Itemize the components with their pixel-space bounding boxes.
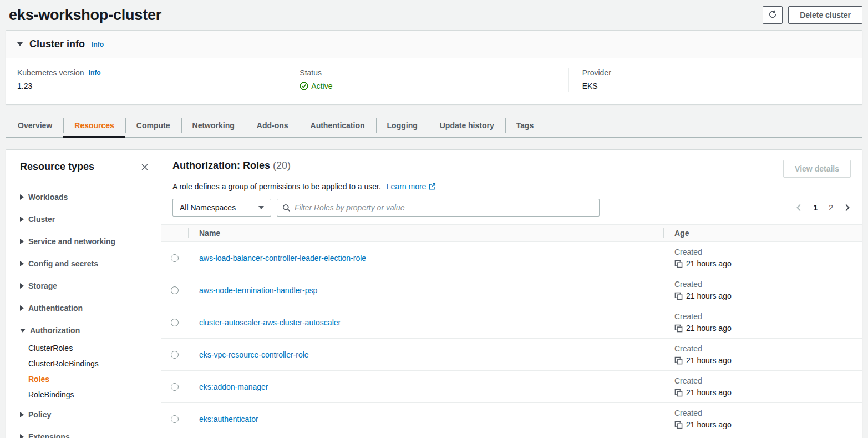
sidebar-item-service-and-networking[interactable]: Service and networking xyxy=(20,237,150,246)
tab-resources[interactable]: Resources xyxy=(63,114,125,137)
provider-value: EKS xyxy=(582,82,851,90)
created-label: Created xyxy=(674,376,862,385)
namespace-select-value: All Namespaces xyxy=(180,203,236,212)
created-label: Created xyxy=(674,344,862,353)
section-heading: Authorization: Roles (20) xyxy=(172,160,291,172)
sidebar-item-workloads[interactable]: Workloads xyxy=(20,193,150,202)
caret-right-icon xyxy=(20,194,24,200)
cluster-info-body: Kubernetes version Info 1.23 Status Acti… xyxy=(6,58,862,104)
sidebar-item-rolebindings[interactable]: RoleBindings xyxy=(28,390,150,399)
filter-row: All Namespaces 1 2 xyxy=(172,199,851,217)
resource-types-sidebar: Resource types Workloads Cluster Service… xyxy=(6,150,161,438)
role-name-link[interactable]: cluster-autoscaler-aws-cluster-autoscale… xyxy=(199,318,341,327)
chevron-down-icon xyxy=(17,42,23,46)
tab-update-history[interactable]: Update history xyxy=(429,114,505,137)
sidebar-item-cluster[interactable]: Cluster xyxy=(20,215,150,224)
age-value: 21 hours ago xyxy=(686,259,732,268)
age-value: 21 hours ago xyxy=(686,388,732,397)
section-description: A role defines a group of permissions to… xyxy=(172,182,851,191)
close-icon[interactable] xyxy=(140,162,150,172)
role-name-link[interactable]: eks:addon-manager xyxy=(199,382,268,391)
search-input[interactable] xyxy=(295,203,594,212)
age-value: 21 hours ago xyxy=(686,420,732,429)
copy-icon[interactable] xyxy=(674,324,683,333)
cluster-info-header[interactable]: Cluster info Info xyxy=(6,31,862,58)
pagination: 1 2 xyxy=(795,203,851,212)
sidebar-item-roles[interactable]: Roles xyxy=(28,375,150,384)
tab-bar: Overview Resources Compute Networking Ad… xyxy=(6,114,862,138)
row-radio[interactable] xyxy=(171,286,179,294)
sidebar-item-policy[interactable]: Policy xyxy=(20,410,150,419)
copy-icon[interactable] xyxy=(674,389,683,397)
table-row: eks:authenticator Created 21 hours ago xyxy=(161,403,862,435)
view-details-button[interactable]: View details xyxy=(783,160,851,178)
row-radio[interactable] xyxy=(171,254,179,262)
kubernetes-version-value: 1.23 xyxy=(17,82,286,90)
created-label: Created xyxy=(674,409,862,417)
sidebar-item-config-and-secrets[interactable]: Config and secrets xyxy=(20,259,150,268)
pagination-page-1[interactable]: 1 xyxy=(813,203,818,212)
pagination-next-icon[interactable] xyxy=(844,204,851,212)
row-radio[interactable] xyxy=(171,319,179,326)
learn-more-link[interactable]: Learn more xyxy=(387,182,436,191)
row-radio[interactable] xyxy=(171,415,179,423)
roles-main-panel: Authorization: Roles (20) View details A… xyxy=(161,150,862,438)
sidebar-item-extensions[interactable]: Extensions xyxy=(20,432,150,438)
field-provider: Provider EKS xyxy=(568,68,851,92)
created-label: Created xyxy=(674,280,862,289)
copy-icon[interactable] xyxy=(674,292,683,300)
table-row: aws-load-balancer-controller-leader-elec… xyxy=(161,242,862,274)
tab-authentication[interactable]: Authentication xyxy=(300,114,376,137)
table-header: Name Age xyxy=(161,224,862,242)
resource-count: (20) xyxy=(273,160,291,171)
row-radio[interactable] xyxy=(171,383,179,391)
page-title: eks-workshop-cluster xyxy=(9,7,161,24)
caret-right-icon xyxy=(20,305,24,311)
cluster-info-title: Cluster info xyxy=(29,38,85,50)
sidebar-item-clusterroles[interactable]: ClusterRoles xyxy=(28,344,150,353)
caret-down-icon xyxy=(20,329,26,333)
role-name-link[interactable]: aws-node-termination-handler-psp xyxy=(199,286,317,295)
age-value: 21 hours ago xyxy=(686,291,732,300)
search-icon xyxy=(282,204,291,212)
caret-right-icon xyxy=(20,412,24,417)
cluster-info-info-link[interactable]: Info xyxy=(92,41,104,48)
copy-icon[interactable] xyxy=(674,356,683,365)
tab-compute[interactable]: Compute xyxy=(125,114,181,137)
pagination-page-2[interactable]: 2 xyxy=(829,203,833,212)
created-label: Created xyxy=(674,312,862,321)
age-column-header[interactable]: Age xyxy=(663,229,862,238)
namespace-select[interactable]: All Namespaces xyxy=(172,199,271,217)
created-label: Created xyxy=(674,248,862,256)
check-circle-icon xyxy=(300,82,308,90)
delete-cluster-button[interactable]: Delete cluster xyxy=(788,6,862,24)
header-actions: Delete cluster xyxy=(763,6,862,24)
field-status: Status Active xyxy=(286,68,568,92)
kubernetes-version-info-link[interactable]: Info xyxy=(89,69,101,77)
refresh-icon xyxy=(768,10,777,21)
kubernetes-version-label: Kubernetes version xyxy=(17,68,84,77)
role-name-link[interactable]: eks:authenticator xyxy=(199,415,258,424)
select-caret-icon xyxy=(258,206,264,209)
name-column-header[interactable]: Name xyxy=(188,229,663,238)
sidebar-item-clusterrolebindings[interactable]: ClusterRoleBindings xyxy=(28,359,150,368)
copy-icon[interactable] xyxy=(674,260,683,268)
sidebar-item-authorization[interactable]: Authorization xyxy=(20,326,150,335)
external-link-icon xyxy=(428,183,436,190)
role-name-link[interactable]: aws-load-balancer-controller-leader-elec… xyxy=(199,254,366,263)
sidebar-item-authentication[interactable]: Authentication xyxy=(20,304,150,313)
refresh-button[interactable] xyxy=(763,6,783,24)
tab-logging[interactable]: Logging xyxy=(376,114,429,137)
pagination-prev-icon[interactable] xyxy=(795,204,802,212)
tab-add-ons[interactable]: Add-ons xyxy=(246,114,300,137)
row-radio[interactable] xyxy=(171,351,179,359)
sidebar-item-storage[interactable]: Storage xyxy=(20,281,150,290)
caret-right-icon xyxy=(20,217,24,222)
role-name-link[interactable]: eks-vpc-resource-controller-role xyxy=(199,350,309,359)
table-row-partial: Created xyxy=(161,435,862,438)
copy-icon[interactable] xyxy=(674,421,683,429)
tab-networking[interactable]: Networking xyxy=(181,114,246,137)
status-label: Status xyxy=(300,68,322,77)
tab-overview[interactable]: Overview xyxy=(7,114,63,137)
tab-tags[interactable]: Tags xyxy=(505,114,545,137)
